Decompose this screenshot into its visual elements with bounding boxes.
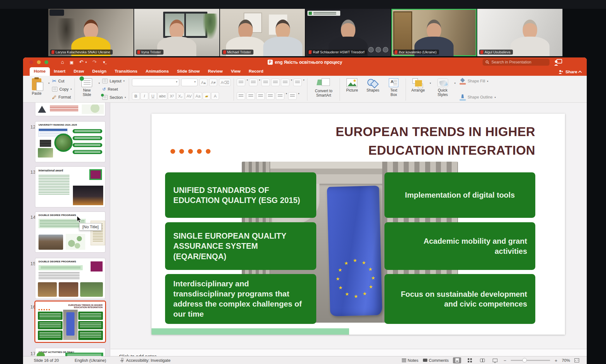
slideshow-view-button[interactable] [491,357,499,363]
thumbnail-slide-14[interactable]: DOUBLE DEGREE PROGRAMS [35,212,105,252]
participant-video-aigul[interactable]: Aigul Usubalieva [477,9,562,56]
tab-view[interactable]: View [227,67,245,76]
align-center-button[interactable] [247,92,255,100]
paste-button[interactable]: Paste [27,77,46,102]
zoom-window-button[interactable] [45,60,48,64]
font-size-combo[interactable] [181,79,198,86]
customize-toolbar-icon[interactable]: ▼̲ [102,61,106,64]
participant-video-iryna[interactable]: Iryna Tröster [134,9,219,56]
tab-home[interactable]: Home [30,67,50,76]
normal-view-button[interactable] [453,357,461,363]
text-highlight-button[interactable]: ▰ [203,92,211,100]
left-box-3[interactable]: Interdisciplinary and transdisciplinary … [165,274,316,324]
shapes-button[interactable]: Shapes [364,77,382,102]
section-dropdown-icon[interactable]: ▾ [125,96,126,99]
superscript-button[interactable]: X² [168,92,176,100]
section-button[interactable]: Section▾ [102,95,126,100]
line-spacing-button[interactable] [281,79,289,86]
left-box-1[interactable]: UNIFIED STANDARDS OF EDUCATION QUALITY (… [165,172,316,218]
redo-icon[interactable]: ↷ [92,60,97,65]
bullets-dropdown-icon[interactable]: ▾ [247,79,248,86]
thumbnail-slide-16-selected[interactable]: EUROPEAN TRENDS IN HIGHEREDUCATION INTEG… [35,301,105,342]
tab-record[interactable]: Record [245,67,268,76]
columns-button[interactable] [293,79,302,86]
align-text-dropdown-icon[interactable]: ▾ [298,92,299,100]
strikethrough-button[interactable]: abc [157,92,167,100]
tab-draw[interactable]: Draw [69,67,88,76]
layout-dropdown-icon[interactable]: ▾ [123,80,125,82]
shape-fill-button[interactable]: Shape Fill▾ [460,79,496,84]
notes-toggle-button[interactable]: Notes [402,358,419,363]
clear-formatting-button[interactable]: A⌫ [219,79,231,86]
comments-toggle-button[interactable]: Comments [423,358,449,363]
thumbnail-slide-11-partial[interactable] [35,103,105,116]
align-right-button[interactable] [256,92,265,100]
right-box-1[interactable]: Implementation of digital tools [384,172,535,218]
zoom-slider-knob[interactable] [522,358,527,362]
left-box-2[interactable]: SINGLE EUROPEAN QUALITY ASSURANCE SYSTEM… [165,222,316,270]
subscript-button[interactable]: X₂ [176,92,184,100]
numbering-dropdown-icon[interactable]: ▾ [259,79,260,86]
font-name-combo[interactable] [132,79,179,86]
thumbnail-slide-17-partial[interactable]: GRANT ACTIVITIES OF SNAU [35,348,105,356]
tab-slide-show[interactable]: Slide Show [173,67,204,76]
textbox-button[interactable]: TextBox [384,77,403,102]
participant-video-larysa[interactable]: Larysa Kalachevska SNAU Ukraine [48,9,134,56]
share-button[interactable]: Share [558,69,582,74]
home-icon[interactable]: ⌂ [61,60,64,65]
right-box-3[interactable]: Focus on sustainable development and civ… [384,274,535,324]
shape-outline-dropdown-icon[interactable]: ▾ [495,96,496,99]
zoom-level[interactable]: 70% [562,358,570,363]
line-spacing-dropdown-icon[interactable]: ▾ [291,79,292,86]
thumbnail-slide-15[interactable]: DOUBLE DEGREE PROGRAMS [35,258,105,299]
arrange-button[interactable]: Arrange [409,77,427,102]
copy-dropdown-icon[interactable]: ▾ [70,88,72,91]
undo-dropdown-icon[interactable]: ▾ [85,61,87,64]
numbering-button[interactable] [249,79,258,86]
bullets-button[interactable] [237,79,245,86]
quick-styles-button[interactable]: QuickStyles [434,77,452,102]
participant-video-ralf[interactable]: Ralf Schlauderer HSWT Triesdorf [306,9,391,56]
zoom-out-button[interactable]: − [503,358,506,363]
reset-button[interactable]: ↺Reset [102,87,126,92]
search-box[interactable]: Search in Presentation [483,59,550,66]
new-slide-button[interactable]: NewSlide [78,77,96,102]
text-direction-dropdown-icon[interactable]: ▾ [286,92,287,100]
copy-button[interactable]: Copy▾ [52,87,72,92]
decrease-indent-button[interactable] [261,79,270,86]
shape-outline-button[interactable]: Shape Outline▾ [460,95,496,100]
tab-design[interactable]: Design [88,67,110,76]
thumbnail-slide-12[interactable]: UNIVERSITY RANKING 2024–2025 [35,122,105,162]
shape-fill-dropdown-icon[interactable]: ▾ [487,80,488,83]
columns-dropdown-icon[interactable]: ▾ [303,79,304,86]
layout-button[interactable]: Layout▾ [102,79,126,83]
slide-sorter-view-button[interactable] [466,357,474,363]
participant-video-ihor-active-speaker[interactable]: Ihor kovalenko (Ukraine) [391,9,477,56]
convert-smartart-button[interactable]: Convert toSmartArt [310,77,337,102]
close-button[interactable] [29,60,33,64]
tab-transitions[interactable]: Transitions [110,67,141,76]
tile-camera-controls[interactable] [368,47,388,52]
tab-animations[interactable]: Animations [141,67,173,76]
justify-button[interactable] [266,92,275,100]
slide-title[interactable]: EUROPEAN TRENDS IN HIGHEREDUCATION INTEG… [308,122,535,160]
quick-styles-dropdown-icon[interactable]: ▾ [454,82,456,102]
paste-dropdown-icon[interactable]: ▾ [48,82,50,102]
italic-button[interactable]: I [140,92,148,100]
picture-button[interactable]: Picture [343,77,361,102]
text-direction-button[interactable] [276,92,284,100]
language-button[interactable]: English (Ukraine) [75,358,106,363]
cut-button[interactable]: ✂Cut [52,79,72,84]
zoom-in-button[interactable]: + [555,358,557,363]
save-icon[interactable]: ▣ [70,60,74,64]
character-spacing-button[interactable]: AV [185,92,193,100]
grow-font-button[interactable]: A▴ [199,79,207,86]
control-circle-icon[interactable] [383,47,388,52]
current-slide-canvas[interactable]: EUROPEAN TRENDS IN HIGHEREDUCATION INTEG… [152,114,565,335]
increase-indent-button[interactable] [271,79,280,86]
fit-to-window-icon[interactable] [574,358,579,362]
new-slide-dropdown-icon[interactable]: ▾ [98,82,100,102]
minimize-button[interactable] [37,60,41,64]
thumbnail-slide-13[interactable]: International award [35,167,105,207]
tab-review[interactable]: Review [204,67,227,76]
